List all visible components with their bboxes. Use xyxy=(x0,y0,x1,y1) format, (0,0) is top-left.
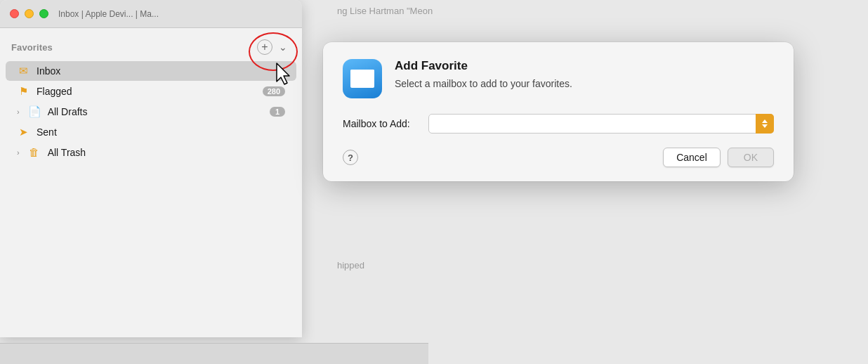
dialog-footer: ? Cancel OK xyxy=(343,148,774,167)
sidebar-item-all-trash[interactable]: › 🗑 All Trash xyxy=(6,143,296,162)
bg-text-top: ng Lise Hartman "Meon xyxy=(337,6,433,16)
stepper-down-icon xyxy=(762,124,768,128)
sidebar-item-inbox[interactable]: ✉ Inbox xyxy=(6,61,296,81)
sidebar: Favorites + ⌄ ✉ Inbox xyxy=(0,28,302,337)
favorites-header: Favorites + ⌄ xyxy=(0,37,302,60)
mailbox-field-row: Mailbox to Add: xyxy=(343,114,774,134)
dialog-title: Add Favorite xyxy=(395,59,774,73)
help-button[interactable]: ? xyxy=(343,150,358,165)
sidebar-item-all-drafts[interactable]: › 📄 All Drafts 1 xyxy=(6,102,296,122)
drafts-expand-arrow: › xyxy=(17,108,20,116)
chevron-down-icon: ⌄ xyxy=(279,41,287,53)
trash-icon: 🗑 xyxy=(28,146,41,158)
dialog-action-buttons: Cancel OK xyxy=(663,148,774,167)
dialog-subtitle: Select a mailbox to add to your favorite… xyxy=(395,77,774,91)
plus-icon: + xyxy=(261,41,268,53)
drafts-icon: 📄 xyxy=(28,105,41,118)
question-mark-icon: ? xyxy=(348,152,353,163)
sidebar-item-sent[interactable]: ➤ Sent xyxy=(6,122,296,142)
mailbox-select-container xyxy=(428,114,774,134)
trash-expand-arrow: › xyxy=(17,148,20,157)
minimize-button[interactable] xyxy=(25,9,34,18)
add-favorite-button[interactable]: + xyxy=(257,39,272,55)
all-trash-label: All Trash xyxy=(48,147,285,158)
favorites-label: Favorites xyxy=(11,42,53,53)
sent-label: Sent xyxy=(37,126,285,138)
mailbox-field-label: Mailbox to Add: xyxy=(343,118,420,129)
flagged-badge: 280 xyxy=(263,86,285,96)
title-bar: Inbox | Apple Devi... | Ma... xyxy=(0,0,302,28)
sent-icon: ➤ xyxy=(17,126,29,138)
mailbox-select[interactable] xyxy=(428,114,774,134)
ok-button[interactable]: OK xyxy=(728,148,774,167)
dialog-header: Add Favorite Select a mailbox to add to … xyxy=(343,59,774,98)
all-drafts-label: All Drafts xyxy=(48,106,263,117)
select-stepper-button[interactable] xyxy=(756,114,774,134)
stepper-up-icon xyxy=(762,119,768,123)
envelope-icon xyxy=(350,70,374,88)
add-favorite-dialog: Add Favorite Select a mailbox to add to … xyxy=(323,42,794,181)
sidebar-item-flagged[interactable]: ⚑ Flagged 280 xyxy=(6,82,296,101)
mail-window: Inbox | Apple Devi... | Ma... Favorites … xyxy=(0,0,302,337)
flagged-label: Flagged xyxy=(37,86,256,97)
cancel-button[interactable]: Cancel xyxy=(663,148,721,167)
close-button[interactable] xyxy=(10,9,19,18)
flag-icon: ⚑ xyxy=(17,85,29,98)
chevron-button[interactable]: ⌄ xyxy=(275,39,291,55)
inbox-icon: ✉ xyxy=(17,65,29,77)
inbox-label: Inbox xyxy=(37,65,285,77)
mail-app-icon xyxy=(343,59,382,98)
bottom-strip xyxy=(0,343,428,364)
drafts-badge: 1 xyxy=(270,107,285,117)
window-title: Inbox | Apple Devi... | Ma... xyxy=(58,9,159,19)
fullscreen-button[interactable] xyxy=(39,9,48,18)
favorites-controls: + ⌄ xyxy=(257,39,291,55)
bg-text-bottom: hipped xyxy=(337,260,364,271)
dialog-title-area: Add Favorite Select a mailbox to add to … xyxy=(395,59,774,91)
